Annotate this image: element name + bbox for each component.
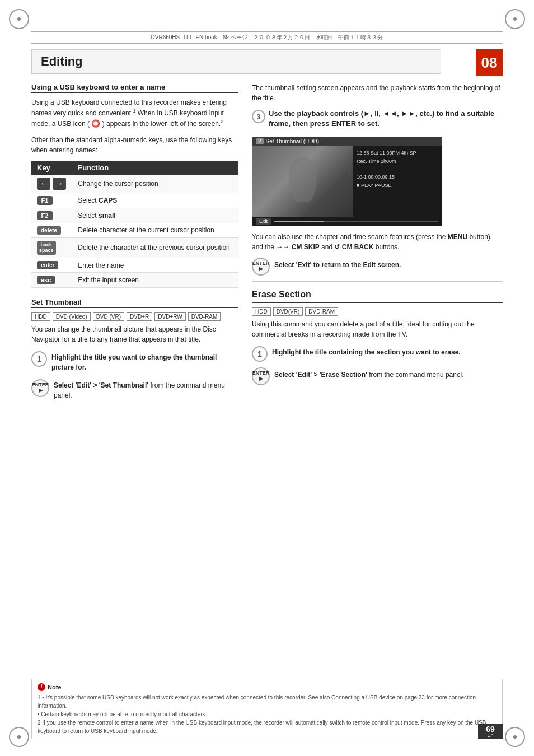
key-cell-delete: delete [31,223,72,237]
note-title: i Note [38,683,496,692]
thumb-image [252,146,353,218]
note-item-3: 2 If you use the remote control to enter… [38,718,496,735]
set-thumbnail-description: You can change the thumbnail picture tha… [31,324,238,344]
usb-icon: ⭕ [91,118,100,129]
function-cell-esc: Exit the input screen [72,273,238,288]
key-cell-f2: F2 [31,208,72,223]
step3-container: 3 Use the playback controls (►, II, ◄◄, … [252,109,503,226]
erase-step2-enter-icon: ENTER▶ [252,367,270,385]
table-row: ← → Change the cursor position [31,175,238,193]
key-cell-arrows: ← → [31,175,72,193]
erase-format-hdd: HDD [252,307,271,316]
function-cell-f2: Select small [72,208,238,223]
function-cell-delete: Delete character at the current cursor p… [72,223,238,237]
page-number-box: 69 En [478,724,503,739]
header-text: DVR660HS_TLT_EN.book 69 ページ ２０ ０８年２月２０日 … [151,34,383,41]
corner-decoration-tr [505,9,525,29]
thumbnail-intro-text: The thumbnail setting screen appears and… [252,83,503,103]
table-row: F1 Select CAPS [31,193,238,208]
table-row: enter Enter the name [31,258,238,273]
step2-text: Select 'Edit' > 'Set Thumbnail' from the… [54,378,238,400]
chapter-time-text: You can also use the chapter and time se… [252,232,503,252]
key-cell-esc: esc [31,273,72,288]
note-item-2: • Certain keyboards may not be able to c… [38,710,496,718]
key-cell-enter: enter [31,258,72,273]
delete-key-badge: delete [37,226,61,235]
step1-text: Highlight the title you want to change t… [51,350,238,372]
set-thumbnail-heading: Set Thumbnail [31,298,238,308]
backspace-key-badge: backspace [37,241,56,255]
erase-step1-circle: 1 [252,346,268,362]
function-cell-backspace: Delete the character at the previous cur… [72,237,238,258]
f1-key-badge: F1 [37,196,53,205]
step4-text: Select 'Exit' to return to the Edit scre… [274,258,503,270]
thumb-info-line3: 10-1 00:00:09:15 [357,173,438,181]
separator-line [252,281,503,282]
format-dvd-video: DVD (Video) [53,312,91,321]
corner-decoration-tl [9,9,29,29]
format-dvdpr: DVD+R [127,312,152,321]
usb-body-text: Using a USB keyboard connected to this r… [31,97,238,129]
page-title-box: Editing [31,49,441,74]
usb-keys-intro: Other than the standard alpha-numeric ke… [31,135,238,155]
thumb-body: 12:55 Sat 11:00PM 4th SP Rec. Time 2h00m… [252,146,442,218]
thumb-info-line4: ■ PLAY PAUSE [357,181,438,189]
thumb-info-line2: Rec. Time 2h00m [357,157,438,165]
step2-enter-icon: ENTER▶ [31,379,49,397]
left-column: Using a USB keyboard to enter a name Usi… [31,83,238,689]
thumb-progress-bar [274,221,438,222]
set-thumbnail-formats: HDD DVD (Video) DVD (VR) DVD+R DVD+RW DV… [31,312,238,321]
format-dvd-vr: DVD (VR) [93,312,124,321]
key-function-table: Key Function ← → Change the cursor posit… [31,161,238,288]
corner-decoration-br [505,727,525,747]
corner-decoration-bl [9,727,29,747]
table-header-key: Key [31,161,72,175]
erase-step2: ENTER▶ Select 'Edit' > 'Erase Section' f… [252,367,503,385]
thumb-info-line1: 12:55 Sat 11:00PM 4th SP [357,149,438,157]
function-cell-enter: Enter the name [72,258,238,273]
format-hdd: HDD [31,312,50,321]
usb-section-heading: Using a USB keyboard to enter a name [31,83,238,93]
thumb-image-inner [252,146,353,218]
thumb-header: 2 Set Thumbnail (HDD) [252,137,442,146]
erase-format-dvd-vr: DVD(VR) [273,307,303,316]
page-title: Editing [41,54,432,69]
note-item-1: 1 • It's possible that some USB keyboard… [38,693,496,710]
chapter-badge: 08 [476,49,503,76]
table-row: F2 Select small [31,208,238,223]
table-header-function: Function [72,161,238,175]
erase-step2-text: Select 'Edit' > 'Erase Section' from the… [274,367,503,380]
erase-section-heading: Erase Section [252,290,503,303]
left-arrow-icon: ← [37,178,50,190]
set-thumbnail-section: Set Thumbnail HDD DVD (Video) DVD (VR) D… [31,298,238,400]
note-box: i Note 1 • It's possible that some USB k… [31,679,503,740]
erase-step1-text: Highlight the title containing the secti… [272,345,503,357]
erase-format-dvd-ram: DVD-RAM [305,307,338,316]
header-bar: DVR660HS_TLT_EN.book 69 ページ ２０ ０８年２月２０日 … [31,31,503,44]
erase-section-formats: HDD DVD(VR) DVD-RAM [252,307,503,316]
enter-key-badge: enter [37,261,58,269]
step4-enter-icon: ENTER▶ [252,258,270,276]
thumb-info: 12:55 Sat 11:00PM 4th SP Rec. Time 2h00m… [353,146,442,218]
key-cell-f1: F1 [31,193,72,208]
set-thumbnail-step2: ENTER▶ Select 'Edit' > 'Set Thumbnail' f… [31,378,238,400]
thumb-footer: Exit [252,217,442,226]
note-icon: i [38,683,45,691]
step3-number-circle: 3 [252,110,265,123]
menu-ref: MENU [448,233,467,241]
esc-key-badge: esc [37,276,55,284]
thumbnail-screenshot: 2 Set Thumbnail (HDD) 12:55 Sat 11:00PM … [252,137,442,226]
right-arrow-icon: → [53,178,66,190]
table-row: esc Exit the input screen [31,273,238,288]
thumb-header-title: Set Thumbnail (HDD) [266,138,319,144]
erase-step1: 1 Highlight the title containing the sec… [252,345,503,362]
table-row: backspace Delete the character at the pr… [31,237,238,258]
table-row: delete Delete character at the current c… [31,223,238,237]
step4-container: ENTER▶ Select 'Exit' to return to the Ed… [252,258,503,276]
step1-number-circle: 1 [31,351,47,367]
f2-key-badge: F2 [37,211,53,220]
format-dvdprw: DVD+RW [154,312,185,321]
function-cell-arrows: Change the cursor position [72,175,238,193]
erase-description: Using this command you can delete a part… [252,319,503,339]
set-thumbnail-step1: 1 Highlight the title you want to change… [31,350,238,372]
